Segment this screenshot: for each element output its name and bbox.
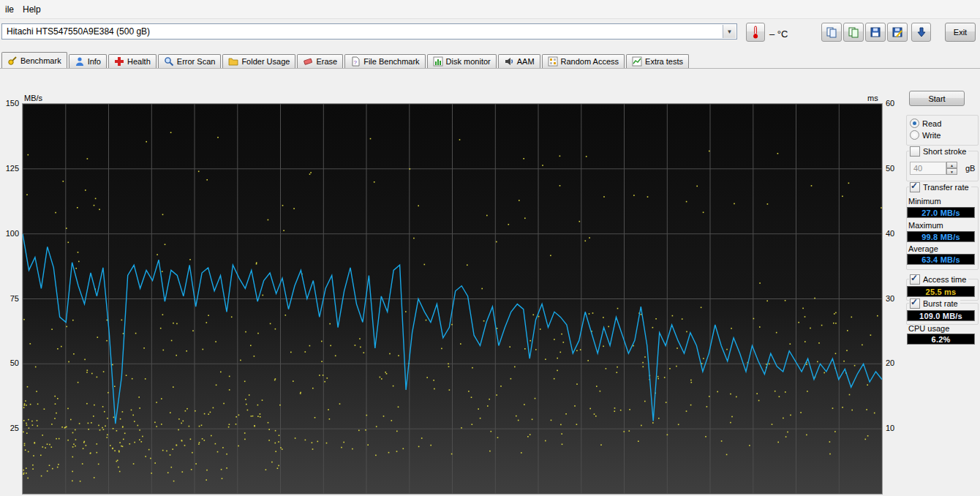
erase-icon (303, 56, 313, 67)
file-benchmark-icon: ? (350, 56, 361, 67)
aam-icon (504, 56, 514, 67)
average-value: 63.4 MB/s (907, 254, 975, 265)
cpu-usage-value: 6.2% (907, 334, 975, 345)
health-icon (114, 56, 124, 67)
stepper-up-icon[interactable]: ▲ (946, 162, 957, 168)
tab-label: Info (88, 57, 101, 66)
save-image-button[interactable] (887, 23, 908, 42)
short-stroke-size-input[interactable]: 40 (910, 162, 946, 175)
drive-select[interactable]: Hitachi HTS547550A9E384 (500 gB) ▼ (1, 23, 737, 40)
left-axis-tick-150: 150 (0, 99, 19, 108)
download-results-button[interactable] (911, 23, 931, 42)
minimum-value: 27.0 MB/s (907, 207, 975, 218)
copy-image-button[interactable] (843, 23, 864, 42)
folder-icon (228, 56, 238, 67)
short-stroke-row[interactable]: Short stroke (909, 146, 968, 157)
tab-disk-monitor[interactable]: Disk monitor (427, 54, 497, 68)
svg-text:?: ? (354, 59, 358, 66)
benchmark-plot (22, 103, 883, 495)
cpu-usage-label: CPU usage (908, 324, 949, 333)
benchmark-icon (7, 56, 18, 66)
read-radio[interactable] (910, 119, 919, 128)
floppy-disk-pen-icon (892, 26, 903, 38)
access-time-row[interactable]: Access time (909, 274, 968, 285)
left-axis-tick-75: 75 (0, 294, 19, 303)
tab-erase[interactable]: Erase (297, 54, 343, 68)
tab-folder-usage[interactable]: Folder Usage (222, 54, 295, 68)
write-radio-row[interactable]: Write (909, 130, 943, 140)
write-radio[interactable] (910, 130, 919, 140)
right-axis-tick-40: 40 (886, 229, 894, 238)
read-radio-row[interactable]: Read (909, 119, 943, 128)
tab-aam[interactable]: AAM (498, 54, 540, 68)
left-axis-unit: MB/s (24, 94, 42, 102)
tab-label: Benchmark (20, 56, 61, 65)
write-label: Write (922, 131, 941, 140)
thermometer-icon (751, 25, 760, 40)
exit-button[interactable]: Exit (945, 23, 976, 42)
copy-pages-icon (826, 26, 837, 38)
access-time-value: 25.5 ms (907, 286, 975, 297)
access-time-checkbox[interactable] (910, 274, 920, 285)
tab-label: Folder Usage (241, 57, 290, 66)
toolbar: Hitachi HTS547550A9E384 (500 gB) ▼ – °C … (0, 19, 980, 52)
tab-benchmark[interactable]: Benchmark (1, 52, 67, 68)
tab-health[interactable]: Health (108, 54, 157, 68)
left-axis-tick-125: 125 (0, 164, 19, 173)
extra-tests-icon (632, 56, 642, 67)
error-scan-icon (164, 56, 174, 67)
arrow-down-icon (916, 26, 927, 38)
transfer-rate-checkbox[interactable] (910, 182, 920, 192)
maximum-value: 99.8 MB/s (907, 231, 975, 242)
copy-text-button[interactable] (821, 23, 842, 42)
transfer-rate-row[interactable]: Transfer rate (909, 182, 971, 192)
tab-random-access[interactable]: Random Access (542, 54, 625, 68)
right-axis-tick-50: 50 (886, 164, 894, 173)
tab-label: Erase (316, 57, 337, 66)
random-access-icon (548, 56, 558, 67)
tab-label: Random Access (561, 57, 619, 66)
benchmark-content: MB/s ms Start Read Write Short stroke 40… (0, 69, 980, 496)
right-axis-tick-10: 10 (886, 424, 894, 432)
right-axis-tick-60: 60 (886, 99, 894, 108)
tab-info[interactable]: Info (69, 54, 107, 68)
left-axis-tick-25: 25 (0, 424, 19, 432)
menu-file[interactable]: ile (1, 2, 18, 17)
short-stroke-stepper[interactable]: ▲ ▼ (946, 162, 957, 175)
short-stroke-checkbox[interactable] (910, 146, 920, 157)
access-time-label: Access time (923, 275, 966, 284)
chevron-down-icon[interactable]: ▼ (723, 25, 736, 38)
tab-label: Extra tests (645, 57, 683, 66)
menu-bar: ile Help (0, 0, 980, 19)
benchmark-plot-canvas (23, 104, 882, 494)
tab-label: Error Scan (177, 57, 216, 66)
burst-rate-row[interactable]: Burst rate (909, 298, 960, 309)
tab-extra-tests[interactable]: Extra tests (626, 54, 689, 68)
tab-label: AAM (517, 57, 535, 66)
tab-label: Disk monitor (446, 57, 491, 66)
disk-monitor-icon (433, 56, 443, 67)
info-icon (75, 56, 85, 67)
short-stroke-label: Short stroke (923, 147, 966, 156)
right-axis-tick-30: 30 (886, 294, 894, 303)
left-axis-tick-50: 50 (0, 358, 19, 367)
start-button[interactable]: Start (909, 91, 965, 106)
burst-rate-checkbox[interactable] (910, 298, 920, 309)
save-text-button[interactable] (865, 23, 886, 42)
tab-label: Health (127, 57, 151, 66)
copy-pages-green-icon (848, 26, 859, 38)
stepper-down-icon[interactable]: ▼ (946, 168, 957, 175)
short-stroke-unit: gB (965, 164, 975, 173)
right-axis-unit: ms (867, 94, 878, 102)
menu-help[interactable]: Help (18, 2, 45, 17)
average-label: Average (908, 244, 938, 253)
tab-label: File Benchmark (363, 57, 419, 66)
left-axis-tick-100: 100 (0, 229, 19, 238)
transfer-rate-label: Transfer rate (923, 183, 969, 192)
tab-file-benchmark[interactable]: ?File Benchmark (344, 54, 425, 68)
tab-bar: BenchmarkInfoHealthError ScanFolder Usag… (0, 52, 980, 69)
tab-error-scan[interactable]: Error Scan (158, 54, 222, 68)
temperature-button[interactable] (746, 23, 765, 42)
minimum-label: Minimum (908, 197, 941, 206)
drive-select-value: Hitachi HTS547550A9E384 (500 gB) (7, 26, 150, 37)
